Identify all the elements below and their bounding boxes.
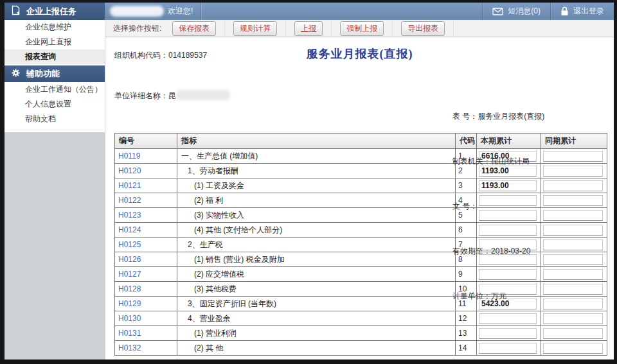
same-period-total-input[interactable] [543, 343, 603, 354]
toolbar-button-cell: 导出报表 [393, 20, 454, 37]
row-id-link[interactable]: H0129 [118, 299, 141, 308]
toolbar-button-cell: 上报 [286, 20, 332, 37]
current-total-input[interactable] [479, 328, 537, 339]
row-indicator-cell: 一、生产总值 (增加值) [177, 149, 456, 164]
row-id-link[interactable]: H0123 [118, 211, 141, 220]
toolbar-button[interactable]: 强制上报 [340, 21, 384, 36]
row-indicator-cell: 3、固定资产折旧 (当年数) [177, 297, 456, 311]
logout-label: 退出登录 [573, 6, 604, 17]
row-id-cell: H0123 [115, 208, 177, 223]
row-id-cell: H0124 [115, 223, 177, 238]
row-id-link[interactable]: H0127 [118, 270, 141, 279]
toolbar-button[interactable]: 规则计算 [233, 21, 277, 36]
same-period-total-input[interactable] [543, 269, 603, 280]
row-id-link[interactable]: H0119 [118, 152, 140, 160]
row-id-cell: H0129 [115, 297, 177, 311]
row-same-period-cell [541, 164, 607, 178]
same-period-total-input[interactable] [543, 254, 603, 265]
meta-line: 表 号：服务业月报表(直报) [452, 111, 544, 123]
sidebar-item-enterprise-info[interactable]: 企业信息维护 [4, 20, 105, 35]
same-period-total-input[interactable] [543, 328, 603, 339]
same-period-total-input[interactable] [543, 299, 603, 309]
row-indicator-cell: (2) 其 他 [177, 341, 456, 356]
new-document-icon [11, 5, 21, 17]
sidebar-item-work-notice[interactable]: 企业工作通知（公告） [4, 82, 105, 97]
meta-label: 制表机关： [452, 157, 491, 166]
sidebar-section-enterprise-tasks: 企业上报任务 [4, 3, 105, 20]
same-period-total-input[interactable] [543, 180, 603, 191]
envelope-icon [492, 8, 503, 15]
messages-button[interactable]: 短消息(0) [482, 3, 550, 20]
same-period-total-input[interactable] [543, 225, 603, 236]
top-row: 企业上报任务 欢迎您! 短消息(0) [4, 3, 614, 20]
row-indicator-cell: 1、劳动者报酬 [177, 164, 456, 178]
row-id-link[interactable]: H0121 [118, 181, 141, 190]
logout-button[interactable]: 退出登录 [550, 3, 614, 20]
app: 企业上报任务 欢迎您! 短消息(0) [4, 3, 614, 360]
row-code-cell: 14 [456, 341, 477, 356]
row-indicator-cell: (1) 销售 (营业) 税金及附加 [177, 252, 456, 267]
row-id-cell: H0122 [115, 193, 177, 208]
toolbar-button[interactable]: 保存报表 [172, 21, 216, 36]
same-period-total-input[interactable] [543, 284, 603, 295]
row-id-link[interactable]: H0131 [118, 329, 141, 338]
row-id-link[interactable]: H0128 [118, 284, 141, 293]
row-indicator-cell: (3) 实物性收入 [177, 208, 456, 223]
same-period-total-input[interactable] [543, 166, 603, 177]
row-id-link[interactable]: H0122 [118, 196, 141, 205]
row-id-cell: H0132 [115, 341, 177, 356]
meta-label: 单位详细名称： [114, 91, 168, 100]
messages-label: 短消息(0) [508, 6, 541, 17]
current-total-input[interactable] [479, 343, 537, 354]
row-same-period-cell [541, 208, 607, 223]
row-same-period-cell [541, 193, 607, 208]
body-row: 企业信息维护 企业网上直报 报表查询 [4, 20, 614, 360]
redacted-company-name [176, 90, 230, 100]
row-id-cell: H0130 [115, 311, 177, 326]
col-header-id: 编号 [115, 134, 177, 149]
meta-line: 制表机关：昆山统计局 [452, 156, 544, 168]
row-same-period-cell [541, 178, 607, 193]
row-id-cell: H0128 [115, 282, 177, 297]
sidebar-item-help-docs[interactable]: 帮助文档 [4, 112, 105, 126]
row-id-link[interactable]: H0130 [118, 314, 141, 323]
row-same-period-cell [541, 341, 607, 356]
toolbar-buttons: 保存报表 规则计算 上报 强制上报 [164, 20, 454, 37]
row-indicator-cell: (3) 其他税费 [177, 282, 456, 297]
col-header-indicator: 指标 [177, 134, 456, 149]
welcome-text: 欢迎您! [168, 6, 193, 17]
col-header-same-period-total: 同期累计 [541, 134, 607, 149]
same-period-total-input[interactable] [543, 239, 603, 250]
toolbar-button-cell: 强制上报 [332, 20, 393, 37]
toolbar-button[interactable]: 上报 [294, 21, 323, 36]
topbar-user-area: 欢迎您! [105, 3, 201, 20]
row-id-link[interactable]: H0126 [118, 255, 141, 264]
toolbar-button[interactable]: 导出报表 [401, 21, 445, 36]
sidebar-item-personal-settings[interactable]: 个人信息设置 [4, 97, 105, 112]
meta-line: 计量单位：万元 [452, 291, 544, 302]
row-id-link[interactable]: H0120 [118, 166, 141, 175]
table-row: H0132 (2) 其 他 14 [115, 341, 607, 356]
sidebar-menu: 企业信息维护 企业网上直报 报表查询 [4, 20, 105, 132]
meta-label: 表 号： [452, 112, 478, 121]
company-name-prefix: 昆 [168, 91, 176, 100]
row-id-link[interactable]: H0132 [118, 343, 141, 352]
row-current-cell [477, 326, 541, 341]
row-indicator-cell: (2) 应交增值税 [177, 267, 456, 282]
sidebar-item-report-query[interactable]: 报表查询 [4, 49, 105, 64]
row-id-link[interactable]: H0124 [118, 225, 141, 234]
org-code-line: 组织机构代码：014189537 [114, 49, 230, 62]
same-period-total-input[interactable] [543, 195, 603, 206]
row-indicator-cell: (2) 福 利 [177, 193, 456, 208]
row-same-period-cell [541, 252, 607, 267]
report-content: 服务业月报表(直报) 表 号：服务业月报表(直报) 制表机关：昆山统计局 文 号… [105, 37, 614, 360]
same-period-total-input[interactable] [543, 313, 603, 324]
same-period-total-input[interactable] [543, 210, 603, 221]
same-period-total-input[interactable] [543, 151, 603, 162]
row-same-period-cell [541, 238, 607, 252]
row-id-link[interactable]: H0125 [118, 240, 141, 249]
meta-value: 2018-03-20 [491, 247, 530, 256]
sidebar-item-online-report[interactable]: 企业网上直报 [4, 35, 105, 49]
meta-label: 计量单位： [452, 291, 491, 300]
lock-icon [560, 6, 569, 16]
